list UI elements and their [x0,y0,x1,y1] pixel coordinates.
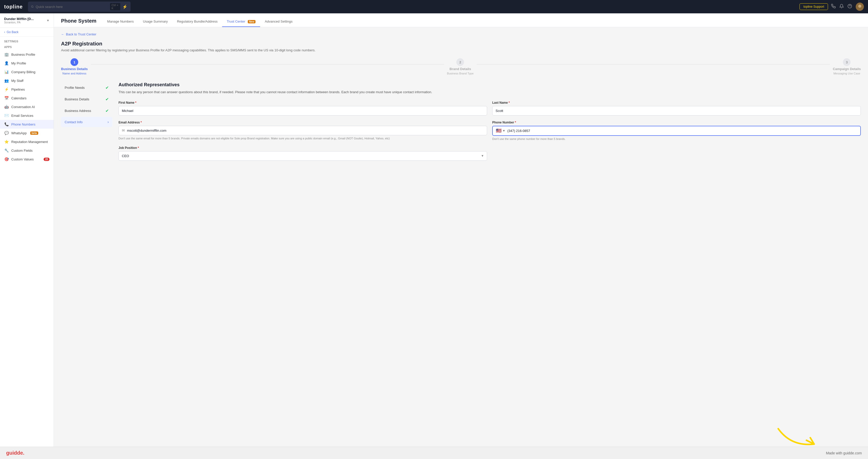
phone-flag-icon: 🇺🇸 [496,128,501,134]
a2p-title: A2P Registration [61,41,861,47]
form-sidebar-profile-needs[interactable]: Profile Needs ✔ [61,82,112,93]
email-label: Email Address * [119,121,487,124]
job-position-required: * [138,146,139,150]
step-2-sub: Business Brand Type [447,72,474,75]
form-card: Profile Needs ✔ Business Details ✔ Busin… [61,82,861,166]
company-billing-icon: 📊 [4,70,9,74]
tab-manage-numbers[interactable]: Manage Numbers [102,17,138,27]
phone-tabs: Manage Numbers Usage Summary Regulatory … [102,17,297,27]
my-staff-icon: 👥 [4,79,9,83]
arrow-left-icon: ← [61,32,64,36]
phone-input-wrapper[interactable]: 🇺🇸 ▼ [492,126,861,136]
phone-country-chevron[interactable]: ▼ [502,129,505,132]
search-icon [31,5,34,8]
step-3-sub: Messaging Use Case [833,72,860,75]
page-title: Phone System [61,13,96,24]
tab-trust-center[interactable]: Trust Center New [222,17,260,27]
custom-values-icon: 🎯 [4,157,9,161]
first-name-input[interactable] [119,106,487,116]
avatar[interactable] [856,3,864,11]
conversation-ai-icon: 🤖 [4,105,9,109]
job-row: Job Position * CEO CTO CFO Other [119,146,861,161]
form-sidebar-business-details[interactable]: Business Details ✔ [61,94,112,105]
guidde-footer: guidde. Made with guidde.com [0,447,868,459]
account-name: Dunder Mifflin [D... [4,17,34,21]
sidebar-item-pipelines[interactable]: ⚡ Pipelines [0,85,54,94]
form-sidebar-business-address[interactable]: Business Address ✔ [61,105,112,116]
search-input[interactable] [36,5,108,9]
sidebar-item-my-staff[interactable]: 👥 My Staff [0,76,54,85]
business-details-check-icon: ✔ [105,97,109,102]
back-to-trust-center[interactable]: ← Back to Trust Center [61,32,861,36]
pipelines-icon: ⚡ [4,87,9,91]
step-3-label: Campaign Details [833,67,861,71]
authorized-reps-description: This can be any person that can answer q… [119,90,861,95]
email-input[interactable] [127,126,484,135]
phone-label: Phone Number * [492,121,861,124]
form-sidebar-contact-info[interactable]: Contact Info › [61,117,112,127]
last-name-group: Last Name * [492,101,861,116]
job-position-select-wrap: CEO CTO CFO Other ▼ [119,151,487,161]
first-name-group: First Name * [119,101,487,116]
phone-input[interactable] [507,126,857,135]
form-sidebar: Profile Needs ✔ Business Details ✔ Busin… [61,82,112,166]
bell-icon[interactable] [839,4,844,9]
placeholder-group [492,146,861,161]
svg-point-3 [858,5,861,8]
sidebar-item-reputation-management[interactable]: ⭐ Reputation Management [0,137,54,146]
last-name-required: * [509,101,510,105]
account-info: Dunder Mifflin [D... Scranton, PA [4,17,34,24]
calendars-icon: 📅 [4,96,9,100]
sidebar-item-email-services[interactable]: ✉️ Email Services [0,111,54,120]
bolt-icon: ⚡ [122,4,127,9]
chevron-down-icon: ▼ [46,19,50,22]
phone-group: Phone Number * 🇺🇸 ▼ Don't use the same p… [492,121,861,141]
tab-usage-summary[interactable]: Usage Summary [138,17,173,27]
sidebar-item-calendars[interactable]: 📅 Calendars [0,94,54,103]
support-button[interactable]: topline Support [800,3,828,10]
tab-regulatory-bundle[interactable]: Regulatory Bundle/Address [173,17,222,27]
contact-info-arrow-icon: › [107,120,109,124]
sidebar-item-company-billing[interactable]: 📊 Company Billing [0,67,54,76]
sidebar-item-phone-numbers[interactable]: 📞 Phone Numbers [0,120,54,128]
first-name-label: First Name * [119,101,487,105]
sidebar-item-my-profile[interactable]: 👤 My Profile [0,59,54,67]
question-icon[interactable] [847,4,852,9]
last-name-input[interactable] [492,106,861,116]
job-position-select[interactable]: CEO CTO CFO Other [119,151,487,161]
last-name-label: Last Name * [492,101,861,105]
account-switcher[interactable]: Dunder Mifflin [D... Scranton, PA ▼ [0,13,54,28]
account-sub: Scranton, PA [4,21,34,24]
step-1-circle: 1 [70,58,78,66]
reputation-icon: ⭐ [4,140,9,144]
email-icon: ✉ [122,128,125,133]
sidebar-item-business-profile[interactable]: 🏢 Business Profile [0,50,54,59]
form-main: Authorized Representatives This can be a… [119,82,861,166]
phone-numbers-icon: 📞 [4,122,9,126]
sidebar-item-custom-fields[interactable]: 🔧 Custom Fields [0,146,54,155]
svg-point-4 [857,8,863,11]
app-layout: Dunder Mifflin [D... Scranton, PA ▼ ‹ Go… [0,0,868,459]
job-position-group: Job Position * CEO CTO CFO Other [119,146,487,161]
profile-needs-check-icon: ✔ [105,85,109,90]
phone-hint: Don't use the same phone number for more… [492,137,861,141]
step-business-details: 1 Business Details Name and Address [61,58,88,75]
guidde-tagline: Made with guidde.com [826,451,862,455]
tab-advanced-settings[interactable]: Advanced Settings [260,17,297,27]
sidebar-item-whatsapp[interactable]: 💬 WhatsApp beta [0,128,54,137]
search-bar[interactable]: Ctrl + K ⚡ [28,2,130,12]
name-row: First Name * Last Name * [119,101,861,116]
sidebar-item-conversation-ai[interactable]: 🤖 Conversation AI [0,103,54,111]
step-2-circle: 2 [456,58,464,66]
whatsapp-icon: 💬 [4,131,9,135]
email-required: * [141,121,142,124]
email-group: Email Address * ✉ Don't use the same ema… [119,121,487,141]
business-profile-icon: 🏢 [4,52,9,56]
sidebar-item-custom-values[interactable]: 🎯 Custom Values 20 [0,155,54,164]
contact-row: Email Address * ✉ Don't use the same ema… [119,121,861,141]
go-back-link[interactable]: ‹ Go Back [0,28,54,37]
phone-icon[interactable] [831,4,836,9]
step-2-label: Brand Details [450,67,471,71]
my-profile-icon: 👤 [4,61,9,65]
email-input-wrapper[interactable]: ✉ [119,126,487,135]
